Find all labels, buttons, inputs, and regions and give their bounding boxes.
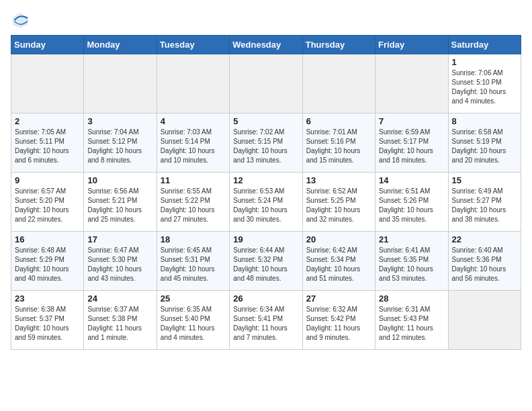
calendar-cell	[302, 54, 375, 113]
day-number: 18	[161, 234, 226, 244]
day-number: 23	[15, 293, 80, 304]
day-info: Sunrise: 6:45 AM Sunset: 5:31 PM Dayligh…	[161, 246, 226, 283]
day-number: 12	[233, 175, 298, 185]
calendar-week-row: 16Sunrise: 6:48 AM Sunset: 5:29 PM Dayli…	[11, 232, 521, 291]
weekday-header: Monday	[84, 36, 157, 54]
day-info: Sunrise: 6:47 AM Sunset: 5:30 PM Dayligh…	[87, 246, 152, 283]
day-number: 14	[379, 175, 444, 185]
day-info: Sunrise: 7:05 AM Sunset: 5:11 PM Dayligh…	[15, 128, 80, 165]
calendar-table: SundayMondayTuesdayWednesdayThursdayFrid…	[11, 35, 521, 350]
day-number: 9	[15, 175, 80, 185]
day-info: Sunrise: 6:41 AM Sunset: 5:35 PM Dayligh…	[379, 246, 444, 283]
day-info: Sunrise: 6:56 AM Sunset: 5:21 PM Dayligh…	[87, 187, 152, 224]
calendar-cell: 9Sunrise: 6:57 AM Sunset: 5:20 PM Daylig…	[11, 173, 84, 232]
day-info: Sunrise: 6:35 AM Sunset: 5:40 PM Dayligh…	[161, 305, 226, 342]
day-info: Sunrise: 6:37 AM Sunset: 5:38 PM Dayligh…	[87, 305, 152, 342]
calendar-cell	[230, 54, 302, 113]
calendar-cell: 8Sunrise: 6:58 AM Sunset: 5:19 PM Daylig…	[448, 113, 521, 173]
day-info: Sunrise: 7:06 AM Sunset: 5:10 PM Dayligh…	[452, 68, 517, 106]
day-number: 16	[15, 234, 80, 244]
day-number: 6	[306, 116, 371, 126]
weekday-header: Tuesday	[157, 36, 229, 54]
day-number: 13	[306, 175, 371, 185]
calendar-cell: 19Sunrise: 6:44 AM Sunset: 5:32 PM Dayli…	[230, 232, 302, 291]
day-info: Sunrise: 7:04 AM Sunset: 5:12 PM Dayligh…	[87, 128, 152, 165]
logo-icon	[11, 11, 30, 30]
calendar-cell: 27Sunrise: 6:32 AM Sunset: 5:42 PM Dayli…	[302, 291, 375, 350]
day-number: 2	[15, 116, 80, 126]
day-number: 28	[379, 293, 444, 304]
day-number: 10	[87, 175, 152, 185]
weekday-header: Wednesday	[230, 36, 302, 54]
day-info: Sunrise: 6:38 AM Sunset: 5:37 PM Dayligh…	[15, 305, 80, 342]
calendar-cell	[157, 54, 229, 113]
calendar-cell: 28Sunrise: 6:31 AM Sunset: 5:43 PM Dayli…	[375, 291, 448, 350]
day-number: 3	[87, 116, 152, 126]
calendar-cell	[448, 291, 521, 350]
calendar-body: 1Sunrise: 7:06 AM Sunset: 5:10 PM Daylig…	[11, 54, 521, 350]
day-info: Sunrise: 6:58 AM Sunset: 5:19 PM Dayligh…	[452, 128, 517, 165]
calendar-cell: 16Sunrise: 6:48 AM Sunset: 5:29 PM Dayli…	[11, 232, 84, 291]
day-number: 20	[306, 234, 371, 244]
day-info: Sunrise: 6:48 AM Sunset: 5:29 PM Dayligh…	[15, 246, 80, 283]
day-number: 22	[452, 234, 517, 244]
day-info: Sunrise: 7:01 AM Sunset: 5:16 PM Dayligh…	[306, 128, 371, 165]
calendar-week-row: 2Sunrise: 7:05 AM Sunset: 5:11 PM Daylig…	[11, 113, 521, 173]
calendar-cell: 6Sunrise: 7:01 AM Sunset: 5:16 PM Daylig…	[302, 113, 375, 173]
page-header	[11, 11, 521, 30]
day-number: 8	[452, 116, 517, 126]
day-info: Sunrise: 6:34 AM Sunset: 5:41 PM Dayligh…	[233, 305, 298, 342]
day-info: Sunrise: 6:49 AM Sunset: 5:27 PM Dayligh…	[452, 187, 517, 224]
calendar-cell: 26Sunrise: 6:34 AM Sunset: 5:41 PM Dayli…	[230, 291, 302, 350]
day-number: 7	[379, 116, 444, 126]
day-info: Sunrise: 6:40 AM Sunset: 5:36 PM Dayligh…	[452, 246, 517, 283]
weekday-header: Thursday	[302, 36, 375, 54]
day-info: Sunrise: 6:32 AM Sunset: 5:42 PM Dayligh…	[306, 305, 371, 342]
day-info: Sunrise: 6:42 AM Sunset: 5:34 PM Dayligh…	[306, 246, 371, 283]
calendar-cell: 10Sunrise: 6:56 AM Sunset: 5:21 PM Dayli…	[84, 173, 157, 232]
calendar-cell: 21Sunrise: 6:41 AM Sunset: 5:35 PM Dayli…	[375, 232, 448, 291]
day-info: Sunrise: 6:53 AM Sunset: 5:24 PM Dayligh…	[233, 187, 298, 224]
weekday-header-row: SundayMondayTuesdayWednesdayThursdayFrid…	[11, 36, 521, 54]
weekday-header: Sunday	[11, 36, 84, 54]
calendar-week-row: 23Sunrise: 6:38 AM Sunset: 5:37 PM Dayli…	[11, 291, 521, 350]
calendar-cell: 22Sunrise: 6:40 AM Sunset: 5:36 PM Dayli…	[448, 232, 521, 291]
day-info: Sunrise: 6:31 AM Sunset: 5:43 PM Dayligh…	[379, 305, 444, 342]
calendar-cell: 11Sunrise: 6:55 AM Sunset: 5:22 PM Dayli…	[157, 173, 229, 232]
calendar-cell: 1Sunrise: 7:06 AM Sunset: 5:10 PM Daylig…	[448, 54, 521, 113]
calendar-cell: 20Sunrise: 6:42 AM Sunset: 5:34 PM Dayli…	[302, 232, 375, 291]
day-number: 11	[161, 175, 226, 185]
calendar-week-row: 1Sunrise: 7:06 AM Sunset: 5:10 PM Daylig…	[11, 54, 521, 113]
calendar-cell: 23Sunrise: 6:38 AM Sunset: 5:37 PM Dayli…	[11, 291, 84, 350]
day-number: 19	[233, 234, 298, 244]
calendar-cell: 7Sunrise: 6:59 AM Sunset: 5:17 PM Daylig…	[375, 113, 448, 173]
day-number: 4	[161, 116, 226, 126]
weekday-header: Saturday	[448, 36, 521, 54]
day-number: 25	[161, 293, 226, 304]
weekday-header: Friday	[375, 36, 448, 54]
day-info: Sunrise: 6:52 AM Sunset: 5:25 PM Dayligh…	[306, 187, 371, 224]
calendar-cell	[375, 54, 448, 113]
day-info: Sunrise: 7:02 AM Sunset: 5:15 PM Dayligh…	[233, 128, 298, 165]
day-number: 5	[233, 116, 298, 126]
calendar-week-row: 9Sunrise: 6:57 AM Sunset: 5:20 PM Daylig…	[11, 173, 521, 232]
calendar-cell: 15Sunrise: 6:49 AM Sunset: 5:27 PM Dayli…	[448, 173, 521, 232]
logo	[11, 11, 32, 30]
calendar-cell	[84, 54, 157, 113]
calendar-cell: 4Sunrise: 7:03 AM Sunset: 5:14 PM Daylig…	[157, 113, 229, 173]
day-info: Sunrise: 6:51 AM Sunset: 5:26 PM Dayligh…	[379, 187, 444, 224]
day-info: Sunrise: 6:57 AM Sunset: 5:20 PM Dayligh…	[15, 187, 80, 224]
calendar-cell	[11, 54, 84, 113]
day-number: 24	[87, 293, 152, 304]
day-info: Sunrise: 6:59 AM Sunset: 5:17 PM Dayligh…	[379, 128, 444, 165]
calendar-cell: 14Sunrise: 6:51 AM Sunset: 5:26 PM Dayli…	[375, 173, 448, 232]
day-number: 27	[306, 293, 371, 304]
calendar-cell: 24Sunrise: 6:37 AM Sunset: 5:38 PM Dayli…	[84, 291, 157, 350]
day-number: 17	[87, 234, 152, 244]
day-info: Sunrise: 6:44 AM Sunset: 5:32 PM Dayligh…	[233, 246, 298, 283]
calendar-cell: 25Sunrise: 6:35 AM Sunset: 5:40 PM Dayli…	[157, 291, 229, 350]
calendar-cell: 12Sunrise: 6:53 AM Sunset: 5:24 PM Dayli…	[230, 173, 302, 232]
day-number: 15	[452, 175, 517, 185]
day-number: 1	[452, 57, 517, 67]
calendar-cell: 13Sunrise: 6:52 AM Sunset: 5:25 PM Dayli…	[302, 173, 375, 232]
